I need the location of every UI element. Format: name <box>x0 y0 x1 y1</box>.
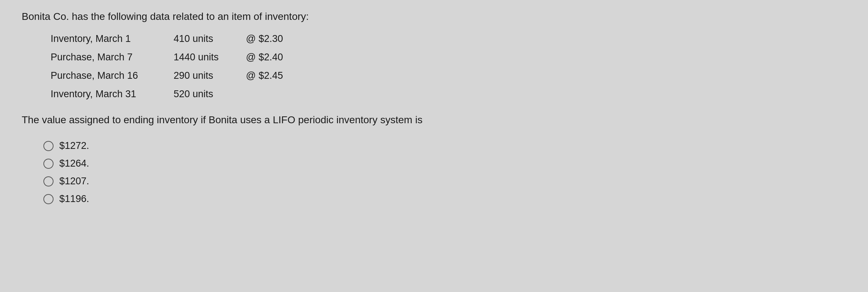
row-price: @ $2.40 <box>246 52 283 63</box>
option-item[interactable]: $1264. <box>43 158 846 169</box>
row-label: Inventory, March 31 <box>51 89 174 100</box>
row-label: Purchase, March 7 <box>51 52 174 63</box>
table-row: Purchase, March 71440 units@ $2.40 <box>51 52 846 63</box>
row-price: @ $2.45 <box>246 70 283 81</box>
question-text: The value assigned to ending inventory i… <box>22 114 846 126</box>
intro-text: Bonita Co. has the following data relate… <box>22 11 846 22</box>
table-row: Purchase, March 16290 units@ $2.45 <box>51 70 846 81</box>
row-price: @ $2.30 <box>246 33 283 44</box>
option-item[interactable]: $1196. <box>43 193 846 205</box>
row-units: 520 units <box>174 89 246 100</box>
table-row: Inventory, March 1410 units@ $2.30 <box>51 33 846 44</box>
row-label: Inventory, March 1 <box>51 33 174 44</box>
radio-button[interactable] <box>43 194 54 204</box>
option-label: $1196. <box>59 193 89 205</box>
data-table: Inventory, March 1410 units@ $2.30Purcha… <box>51 33 846 100</box>
options-container: $1272.$1264.$1207.$1196. <box>43 140 846 205</box>
radio-button[interactable] <box>43 176 54 186</box>
option-item[interactable]: $1207. <box>43 176 846 187</box>
radio-button[interactable] <box>43 141 54 151</box>
row-units: 290 units <box>174 70 246 81</box>
main-container: Bonita Co. has the following data relate… <box>0 0 868 292</box>
row-units: 410 units <box>174 33 246 44</box>
radio-button[interactable] <box>43 159 54 169</box>
option-label: $1264. <box>59 158 89 169</box>
option-label: $1272. <box>59 140 89 151</box>
row-units: 1440 units <box>174 52 246 63</box>
row-label: Purchase, March 16 <box>51 70 174 81</box>
option-label: $1207. <box>59 176 89 187</box>
table-row: Inventory, March 31520 units <box>51 89 846 100</box>
option-item[interactable]: $1272. <box>43 140 846 151</box>
